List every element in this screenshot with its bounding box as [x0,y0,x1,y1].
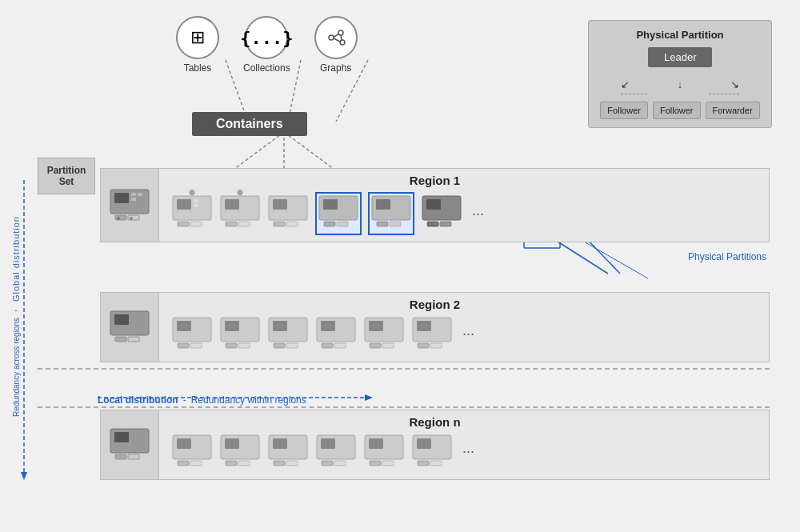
svg-rect-102 [226,461,237,466]
svg-rect-117 [417,438,431,449]
svg-point-36 [117,217,120,220]
svg-rect-59 [390,222,401,226]
svg-rect-42 [178,222,189,226]
svg-rect-70 [178,343,189,348]
svg-rect-71 [190,343,202,348]
regionn-server-3 [267,434,309,469]
svg-rect-74 [226,343,237,348]
region-n-servers: ··· [101,434,769,475]
svg-rect-98 [178,461,189,466]
svg-rect-114 [370,461,381,466]
svg-rect-82 [322,343,333,348]
region1-ps-server [109,188,150,223]
pp-follower-2: Follower [653,102,701,119]
region2-server-5 [363,316,405,351]
region-2-box: Region 2 ··· [100,292,770,362]
svg-rect-30 [114,193,129,203]
svg-rect-47 [238,222,250,226]
regionn-server-5 [363,434,405,469]
region2-server-3 [267,316,309,351]
svg-rect-111 [334,461,346,466]
arrow-down: ↓ [678,78,683,90]
region2-server-6 [411,316,453,351]
region1-server-1 [171,194,213,233]
svg-rect-49 [273,199,287,210]
svg-rect-99 [190,461,202,466]
svg-point-20 [329,35,334,40]
region-1-servers: ··· [101,192,769,242]
containers-box: Containers [192,112,307,136]
graphs-label: Graphs [320,62,351,74]
region-n-box: Region n ··· [100,410,770,480]
region2-server-2 [219,316,261,351]
svg-rect-103 [238,461,250,466]
svg-rect-86 [370,343,381,348]
svg-rect-113 [369,438,383,449]
collections-icon-item: {...} Collections [243,16,290,74]
region-n-label: Region n [101,410,769,430]
svg-rect-61 [426,199,441,210]
regionn-server-2 [219,434,261,469]
svg-rect-67 [128,337,139,342]
pp-leader: Leader [648,47,712,67]
region1-server-5-highlighted [368,192,414,235]
diagram-container: ⊞ Tables {...} Collections Graphs [0,0,800,532]
regionn-ellipsis: ··· [462,443,474,460]
physical-partition-box: Physical Partition Leader ↙ ↓ ↘ Follower… [588,20,772,128]
separator-1 [38,368,770,370]
svg-rect-58 [377,222,388,226]
svg-rect-39 [177,199,191,210]
region2-server-4 [315,316,357,351]
tables-icon-item: ⊞ Tables [176,16,219,74]
regionn-server-1 [171,434,213,469]
svg-rect-35 [128,215,139,220]
pp-title: Physical Partition [597,29,763,41]
svg-point-37 [130,217,133,220]
svg-marker-13 [365,394,373,401]
global-dist-text: Global distribution [11,216,21,302]
svg-rect-87 [382,343,394,348]
svg-rect-106 [274,461,285,466]
svg-rect-85 [369,321,383,331]
collections-icon: {...} [245,16,288,59]
global-distribution-label: Global distribution - Redundancy across … [11,216,21,417]
graphs-icon [314,16,358,59]
region2-ellipsis: ··· [462,326,474,342]
svg-rect-77 [273,321,287,331]
svg-rect-46 [226,222,237,226]
svg-rect-101 [225,438,239,449]
pp-follower-1: Follower [600,102,648,119]
svg-rect-54 [324,222,335,226]
svg-rect-105 [273,438,287,449]
svg-rect-94 [115,454,126,459]
svg-line-24 [334,38,340,42]
svg-rect-65 [114,314,129,325]
region2-server-1 [171,316,213,351]
pp-followers: Follower Follower Forwarder [597,102,763,119]
svg-rect-91 [430,343,442,348]
svg-rect-81 [321,321,335,331]
top-icons-group: ⊞ Tables {...} Collections Graphs [176,16,358,74]
svg-rect-107 [286,461,298,466]
region1-ellipsis: ··· [472,206,484,222]
svg-rect-83 [334,343,346,348]
svg-rect-63 [440,222,451,226]
svg-rect-90 [418,343,429,348]
region-1-box: Region 1 [100,168,770,242]
svg-line-14 [584,242,648,278]
svg-line-23 [334,34,338,37]
tables-label: Tables [184,62,212,74]
svg-rect-55 [337,222,348,226]
svg-rect-51 [286,222,298,226]
svg-rect-95 [128,454,139,459]
svg-rect-119 [430,461,442,466]
partition-set-box: Partition Set [38,158,95,194]
global-dist-sublabel: Redundancy across regions [12,318,21,417]
svg-point-22 [340,40,345,45]
collections-label: Collections [243,62,290,74]
svg-rect-31 [131,193,136,196]
svg-rect-33 [138,193,142,196]
svg-point-21 [338,30,343,35]
local-dist-sublabel: Redundancy within regions [191,394,306,406]
svg-rect-109 [321,438,335,449]
